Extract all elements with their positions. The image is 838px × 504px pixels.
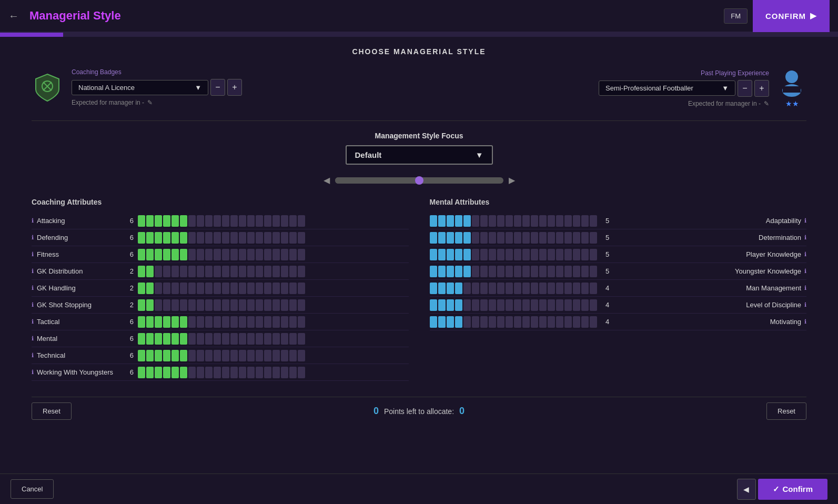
bar-segment[interactable] <box>138 299 145 311</box>
bar-segment[interactable] <box>247 299 255 311</box>
coaching-badges-decrement[interactable]: − <box>210 79 225 96</box>
bar-segment[interactable] <box>197 215 204 227</box>
bar-segment[interactable] <box>146 333 154 345</box>
bar-segment[interactable] <box>163 333 170 345</box>
mental-bar-segment[interactable] <box>539 249 547 260</box>
bar-segment[interactable] <box>230 283 238 294</box>
mental-bar-segment[interactable] <box>480 266 488 277</box>
bar-segment[interactable] <box>171 215 179 227</box>
bar-segment[interactable] <box>289 333 297 345</box>
mental-bar-segment[interactable] <box>556 232 563 244</box>
coaching-badges-increment[interactable]: + <box>227 79 242 96</box>
bar-segment[interactable] <box>272 283 280 294</box>
mental-bar-segment[interactable] <box>455 266 462 277</box>
bar-segment[interactable] <box>264 215 271 227</box>
bar-segment[interactable] <box>281 316 288 328</box>
bar-segment[interactable] <box>230 367 238 378</box>
bar-segment[interactable] <box>239 333 246 345</box>
bar-segment[interactable] <box>289 367 297 378</box>
bar-segment[interactable] <box>146 367 154 378</box>
bar-segment[interactable] <box>230 316 238 328</box>
bar-segment[interactable] <box>171 350 179 361</box>
mental-bar-segment[interactable] <box>438 232 446 244</box>
bar-segment[interactable] <box>138 367 145 378</box>
mental-bar-segment[interactable] <box>548 283 555 294</box>
attr-info-icon[interactable]: ℹ <box>32 268 34 275</box>
focus-dropdown[interactable]: Default ▼ <box>346 145 493 165</box>
fm-menu-button[interactable]: FM <box>724 8 748 24</box>
bar-segment[interactable] <box>155 367 162 378</box>
mental-bar-segment[interactable] <box>531 249 538 260</box>
mental-bar-segment[interactable] <box>564 232 572 244</box>
confirm-header-button[interactable]: CONFIRM ▶ <box>753 0 830 32</box>
bar-segment[interactable] <box>188 232 196 244</box>
bar-segment[interactable] <box>197 249 204 260</box>
bar-segment[interactable] <box>222 283 229 294</box>
mental-bar-segment[interactable] <box>548 232 555 244</box>
bar-segment[interactable] <box>230 266 238 277</box>
bar-segment[interactable] <box>272 266 280 277</box>
mental-bar-segment[interactable] <box>573 232 580 244</box>
mental-bar-segment[interactable] <box>590 249 597 260</box>
bar-segment[interactable] <box>155 249 162 260</box>
bar-segment[interactable] <box>188 333 196 345</box>
confirm-button[interactable]: ✓ Confirm <box>758 479 828 500</box>
bar-segment[interactable] <box>214 283 221 294</box>
bar-segment[interactable] <box>146 215 154 227</box>
mental-bar-segment[interactable] <box>539 283 547 294</box>
bar-segment[interactable] <box>222 232 229 244</box>
mental-bar-segment[interactable] <box>581 283 589 294</box>
bar-segment[interactable] <box>205 333 213 345</box>
bar-segment[interactable] <box>180 299 187 311</box>
attr-info-icon[interactable]: ℹ <box>32 301 34 308</box>
bar-segment[interactable] <box>180 316 187 328</box>
bar-segment[interactable] <box>298 283 305 294</box>
bar-segment[interactable] <box>171 283 179 294</box>
mental-bar-segment[interactable] <box>506 299 513 311</box>
bar-segment[interactable] <box>188 266 196 277</box>
mental-bar-segment[interactable] <box>447 249 454 260</box>
bar-segment[interactable] <box>214 367 221 378</box>
mental-bar-segment[interactable] <box>590 299 597 311</box>
bar-segment[interactable] <box>289 266 297 277</box>
mental-bar-segment[interactable] <box>497 266 504 277</box>
mental-bar-segment[interactable] <box>531 232 538 244</box>
bar-segment[interactable] <box>256 299 263 311</box>
mental-bar-segment[interactable] <box>480 316 488 328</box>
mental-bar-segment[interactable] <box>522 215 530 227</box>
attr-info-icon[interactable]: ℹ <box>32 234 34 241</box>
mental-bar-segment[interactable] <box>556 299 563 311</box>
attr-bars[interactable] <box>138 283 409 294</box>
mental-bar-segment[interactable] <box>531 266 538 277</box>
mental-bar-segment[interactable] <box>506 266 513 277</box>
bar-segment[interactable] <box>256 283 263 294</box>
bar-segment[interactable] <box>188 316 196 328</box>
mental-bar-segment[interactable] <box>430 266 437 277</box>
coaching-edit-icon[interactable]: ✎ <box>147 99 153 106</box>
attr-info-icon[interactable]: ℹ <box>32 318 34 325</box>
bar-segment[interactable] <box>180 266 187 277</box>
bar-segment[interactable] <box>281 266 288 277</box>
mental-bar-segment[interactable] <box>548 215 555 227</box>
bar-segment[interactable] <box>163 232 170 244</box>
mental-bar-segment[interactable] <box>590 283 597 294</box>
bar-segment[interactable] <box>171 316 179 328</box>
mental-bar-segment[interactable] <box>455 316 462 328</box>
mental-bar-segment[interactable] <box>438 316 446 328</box>
bar-segment[interactable] <box>197 350 204 361</box>
mental-bar-segment[interactable] <box>556 283 563 294</box>
mental-bar-segment[interactable] <box>514 316 521 328</box>
bar-segment[interactable] <box>289 215 297 227</box>
mental-bar-segment[interactable] <box>455 215 462 227</box>
bar-segment[interactable] <box>289 232 297 244</box>
mental-bar-segment[interactable] <box>497 316 504 328</box>
bar-segment[interactable] <box>180 333 187 345</box>
mental-bar-segment[interactable] <box>581 249 589 260</box>
bar-segment[interactable] <box>264 367 271 378</box>
mental-bar-segment[interactable] <box>489 316 496 328</box>
bar-segment[interactable] <box>163 215 170 227</box>
bar-segment[interactable] <box>256 232 263 244</box>
mental-bar-segment[interactable] <box>447 215 454 227</box>
mental-bar-segment[interactable] <box>497 299 504 311</box>
mental-bar-segment[interactable] <box>548 316 555 328</box>
